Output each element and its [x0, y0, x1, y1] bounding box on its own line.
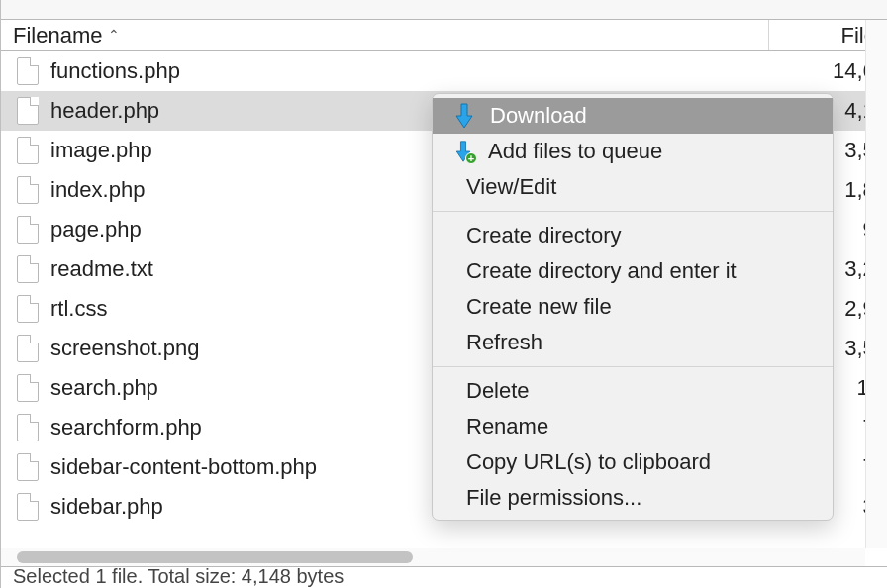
horizontal-scrollbar-track[interactable]	[1, 548, 865, 566]
column-header-row: Filename ⌃ Files	[1, 20, 887, 51]
file-icon	[17, 453, 39, 481]
column-header-filename-label: Filename	[13, 23, 102, 49]
menu-create-new-file[interactable]: Create new file	[433, 289, 833, 325]
file-icon	[17, 137, 39, 164]
file-icon	[17, 493, 39, 521]
menu-delete-label: Delete	[466, 378, 530, 404]
menu-separator	[433, 366, 833, 367]
file-icon	[17, 57, 39, 85]
window-top-strip	[1, 0, 887, 20]
add-to-queue-icon: +	[452, 140, 474, 163]
file-icon	[17, 374, 39, 402]
menu-create-directory-enter-label: Create directory and enter it	[466, 258, 737, 284]
menu-delete[interactable]: Delete	[433, 373, 833, 409]
menu-view-edit[interactable]: View/Edit	[433, 169, 833, 205]
file-icon	[17, 335, 39, 362]
menu-refresh-label: Refresh	[466, 330, 542, 355]
menu-rename[interactable]: Rename	[433, 409, 833, 444]
menu-file-permissions[interactable]: File permissions...	[433, 480, 833, 516]
menu-download-label: Download	[490, 103, 587, 129]
menu-add-to-queue[interactable]: + Add files to queue	[433, 134, 833, 169]
file-icon	[17, 295, 39, 323]
download-icon	[452, 103, 476, 129]
menu-file-permissions-label: File permissions...	[466, 485, 641, 511]
sort-ascending-icon: ⌃	[108, 27, 120, 43]
menu-view-edit-label: View/Edit	[466, 174, 556, 200]
file-icon	[17, 414, 39, 441]
menu-download[interactable]: Download	[433, 98, 833, 134]
vertical-scrollbar[interactable]	[865, 20, 887, 548]
menu-refresh[interactable]: Refresh	[433, 325, 833, 360]
horizontal-scrollbar-thumb[interactable]	[17, 551, 413, 563]
status-bar: Selected 1 file. Total size: 4,148 bytes	[1, 566, 887, 588]
menu-copy-url[interactable]: Copy URL(s) to clipboard	[433, 444, 833, 480]
menu-rename-label: Rename	[466, 414, 548, 440]
file-name: functions.php	[50, 58, 768, 84]
menu-add-to-queue-label: Add files to queue	[488, 139, 662, 164]
file-icon	[17, 255, 39, 283]
menu-copy-url-label: Copy URL(s) to clipboard	[466, 449, 711, 475]
status-text: Selected 1 file. Total size: 4,148 bytes	[13, 566, 344, 588]
menu-create-directory-enter[interactable]: Create directory and enter it	[433, 253, 833, 289]
file-icon	[17, 97, 39, 125]
menu-create-directory[interactable]: Create directory	[433, 218, 833, 253]
menu-separator	[433, 211, 833, 212]
file-row[interactable]: functions.php14,60	[1, 51, 887, 91]
context-menu: Download + Add files to queue View/Edit …	[432, 93, 834, 521]
file-icon	[17, 176, 39, 204]
menu-create-new-file-label: Create new file	[466, 294, 612, 320]
file-icon	[17, 216, 39, 244]
menu-create-directory-label: Create directory	[466, 223, 622, 248]
column-header-filename[interactable]: Filename ⌃	[1, 23, 768, 49]
